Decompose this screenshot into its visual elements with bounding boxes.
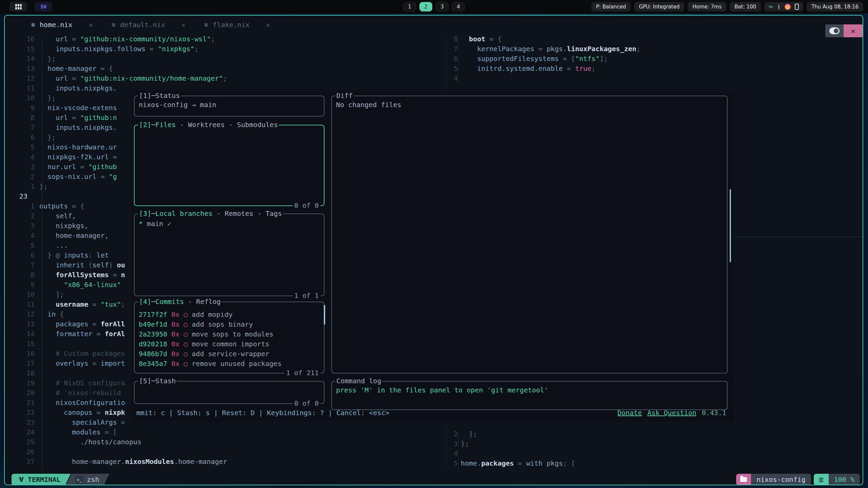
line-number: 15 — [19, 339, 35, 349]
commits-scrollbar[interactable] — [324, 305, 325, 325]
panel-title: Diff — [335, 91, 354, 101]
editor-pane-default[interactable]: 8 boot = {7 kernelPackages = pkgs.linuxP… — [449, 34, 863, 88]
line-number: 3 — [19, 162, 35, 172]
commit-hash: 2717f2f — [139, 310, 171, 319]
system-tray[interactable]: ✂ ᛒ — [764, 2, 803, 12]
status-pill: Bat: 100 — [730, 2, 761, 12]
repo-branch-status: nixos-config → main — [139, 101, 216, 109]
code-line: 8 forAllSystems = n — [19, 270, 125, 280]
tab-close-icon[interactable]: ✕ — [266, 21, 270, 28]
app-grid-button[interactable] — [9, 2, 27, 12]
line-number: 5 — [449, 64, 458, 74]
vim-mode-icon — [18, 476, 24, 483]
line-number: 16 — [19, 349, 35, 359]
lazygit-files-panel[interactable]: [2]─Files - Worktrees - Submodules 0 of … — [134, 125, 324, 206]
line-number: 20 — [19, 388, 35, 398]
commit-bullet-icon: ○ — [183, 310, 192, 319]
topbar-left-buttons: $W — [9, 2, 52, 12]
lazygit-command-log-panel[interactable]: Command log press 'M' in the files panel… — [331, 381, 728, 410]
workspace-2[interactable]: 2 — [419, 2, 432, 12]
commit-message: move common imports — [192, 340, 270, 348]
code-line: 19 # NixOS configura — [19, 378, 125, 388]
nix-snowflake-icon: ❄ — [31, 21, 35, 29]
lazygit-keybindings: mmit: c | Stash: s | Reset: D | Keybindi… — [136, 408, 390, 418]
panel-title: [3]─Local branches - Remotes - Tags — [138, 209, 283, 219]
line-number: 17 — [19, 359, 35, 368]
commit-message: move sops to modules — [192, 330, 274, 338]
shell-segment[interactable]: >_ zsh — [66, 474, 109, 485]
commit-hash: 8e345a7 — [139, 360, 171, 368]
code-line: 1}; — [19, 182, 47, 191]
split-divider-horizontal[interactable] — [735, 237, 863, 237]
commit-row[interactable]: 2a23950 0x ○ move sops to modules — [139, 329, 320, 339]
popup-scrollbar[interactable] — [730, 189, 731, 262]
folder-icon — [740, 477, 747, 482]
code-line: 3 nixpkgs, — [19, 221, 88, 231]
workspace-1[interactable]: 1 — [403, 2, 416, 12]
lazygit-status-panel[interactable]: [1]─Status nixos-config → main — [134, 96, 324, 117]
ask-question-link[interactable]: Ask Question — [647, 408, 696, 418]
lazygit-commits-panel[interactable]: [4]─Commits - Reflog 2717f2f 0x ○ add mo… — [134, 302, 324, 373]
tab-default.nix[interactable]: ❄default.nix✕ — [102, 16, 195, 34]
code-line: 26 — [19, 447, 39, 457]
tab-close-icon[interactable]: ✕ — [182, 21, 185, 28]
clock: Thu Aug 08, 18:16 — [807, 2, 863, 12]
files-count: 0 of 0 — [293, 201, 320, 210]
workspace-3[interactable]: 3 — [436, 2, 449, 12]
code-line: 4 — [449, 449, 461, 459]
line-number: 11 — [19, 83, 35, 93]
line-number: 9 — [19, 103, 35, 113]
tab-home.nix[interactable]: ❄home.nix✕ — [22, 16, 102, 34]
lazygit-version: 0.43.1 — [702, 408, 726, 418]
code-line: 11 inputs.nixpkgs. — [19, 83, 117, 93]
editor-pane-home[interactable]: 2 };3};45home.packages = with pkgs; [ — [449, 429, 863, 476]
code-line: 14 formatter = forAl — [19, 329, 125, 339]
nix-snowflake-icon: ❄ — [112, 21, 116, 29]
donate-link[interactable]: Donate — [617, 408, 642, 418]
code-line: 4 — [449, 74, 461, 83]
lazygit-diff-panel[interactable]: Diff No changed files — [331, 96, 728, 373]
line-number: 12 — [19, 309, 35, 319]
wallet-button[interactable]: $W — [35, 2, 52, 12]
status-pill: Home: 7ms — [688, 2, 726, 12]
code-line: 7 inputs.nixpkgs. — [19, 123, 117, 133]
line-number: 10 — [19, 290, 35, 300]
line-number: 6 — [19, 250, 35, 260]
project-segment[interactable]: nixos-config — [736, 474, 811, 485]
commit-row[interactable]: 9486b7d 0x ○ add service-wrapper — [139, 349, 320, 359]
commit-row[interactable]: 8e345a7 0x ○ remove unused packages — [139, 359, 320, 369]
line-number: 2 — [19, 211, 35, 221]
lazygit-stash-panel[interactable]: [5]─Stash 0 of 0 — [134, 381, 324, 404]
project-name: nixos-config — [751, 474, 811, 485]
tab-flake.nix[interactable]: ❄flake.nix✕ — [195, 16, 279, 34]
code-line: 23 — [19, 191, 39, 201]
code-line: 9 "x86_64-linux" — [19, 280, 121, 290]
code-line: 22 canopus = nixpk — [19, 408, 125, 418]
line-number: 4 — [449, 449, 458, 459]
line-number: 11 — [19, 300, 35, 309]
tab-close-icon[interactable]: ✕ — [89, 21, 93, 28]
commit-row[interactable]: 2717f2f 0x ○ add mopidy — [139, 310, 320, 320]
line-number: 6 — [19, 133, 35, 142]
line-number: 1 — [19, 201, 35, 211]
status-pill: P: Balanced — [591, 2, 631, 12]
line-number: 13 — [19, 64, 35, 74]
commit-row[interactable]: b49ef1d 0x ○ add sops binary — [139, 320, 320, 329]
commit-row[interactable]: d920218 0x ○ move common imports — [139, 339, 320, 349]
tab-label: default.nix — [120, 21, 165, 29]
line-number: 22 — [19, 408, 35, 418]
line-number: 8 — [19, 270, 35, 280]
line-number: 24 — [19, 427, 35, 437]
code-line: 15 inputs.nixpkgs.follows = "nixpkgs"; — [19, 44, 199, 54]
topbar-right: P: BalancedGPU: IntegratedHome: 7msBat: … — [591, 2, 863, 12]
code-line: 18 — [19, 368, 39, 378]
commit-bullet-icon: ○ — [183, 350, 192, 358]
workspace-4[interactable]: 4 — [452, 2, 465, 12]
branch-row[interactable]: * main ✓ — [139, 219, 320, 229]
lazygit-branches-panel[interactable]: [3]─Local branches - Remotes - Tags * ma… — [134, 214, 324, 296]
line-number: 14 — [19, 54, 35, 64]
line-number: 9 — [19, 280, 35, 290]
line-number: 5 — [19, 241, 35, 250]
line-number: 3 — [19, 221, 35, 231]
tab-label: flake.nix — [213, 21, 250, 29]
